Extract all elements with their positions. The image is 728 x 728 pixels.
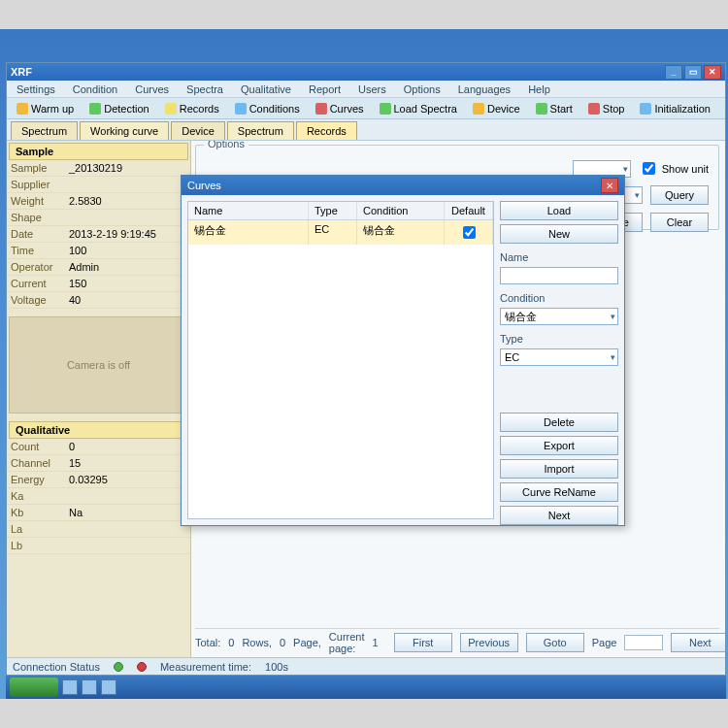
- show-unit-checkbox[interactable]: Show unit: [639, 159, 709, 178]
- taskbar[interactable]: [6, 676, 726, 699]
- options-legend: Options: [204, 141, 248, 149]
- table-row: Voltage40: [7, 292, 190, 309]
- sample-header: Sample: [9, 143, 188, 160]
- toolbar-initialization[interactable]: Initialization: [634, 101, 715, 116]
- curves-grid[interactable]: Name Type Condition Default 锡合金 EC 锡合金: [187, 201, 494, 519]
- table-row: Weight2.5830: [7, 193, 190, 210]
- table-row: Supplier: [7, 177, 190, 193]
- dialog-title: Curves: [187, 180, 221, 191]
- type-combo[interactable]: EC: [500, 348, 618, 366]
- toolbar-load-spectra[interactable]: Load Spectra: [374, 101, 463, 116]
- initialization-icon: [640, 103, 651, 115]
- dialog-side-panel: Load New Name Condition 锡合金 Type EC Dele…: [500, 201, 618, 525]
- table-row: Ka: [7, 488, 190, 505]
- menu-spectra[interactable]: Spectra: [181, 83, 229, 96]
- toolbar-detection[interactable]: Detection: [83, 101, 154, 116]
- menu-languages[interactable]: Languages: [452, 83, 516, 96]
- device-icon: [473, 103, 484, 115]
- toolbar: Warm upDetectionRecordsConditionsCurvesL…: [7, 98, 725, 119]
- table-row: Shape: [7, 210, 190, 226]
- toolbar-start[interactable]: Start: [530, 101, 579, 116]
- table-row: Current150: [7, 276, 190, 292]
- minimize-button[interactable]: _: [665, 65, 682, 80]
- toolbar-curves[interactable]: Curves: [310, 101, 370, 116]
- connection-status-icon: [114, 662, 123, 672]
- table-row: Energy0.03295: [7, 472, 190, 488]
- menu-help[interactable]: Help: [522, 83, 556, 96]
- maximize-button[interactable]: ▭: [684, 65, 702, 80]
- next-button[interactable]: Next: [500, 506, 618, 525]
- titlebar: XRF _ ▭ ✕: [7, 63, 725, 81]
- toolbar-device[interactable]: Device: [467, 101, 526, 116]
- export-button[interactable]: Export: [500, 436, 618, 455]
- curves-icon: [315, 103, 327, 115]
- measurement-status-icon: [137, 662, 147, 672]
- toolbar-auto-peak[interactable]: Auto peak: [720, 101, 725, 116]
- app-title: XRF: [11, 66, 32, 78]
- detection-icon: [89, 103, 101, 115]
- quicklaunch-icon[interactable]: [62, 679, 78, 695]
- menu-qualitative[interactable]: Qualitative: [235, 83, 297, 96]
- delete-curve-button[interactable]: Delete: [500, 413, 618, 432]
- warm-up-icon: [17, 103, 28, 115]
- table-row: Sample_20130219: [7, 160, 190, 177]
- table-row: Lb: [7, 538, 190, 554]
- tab-spectrum[interactable]: Spectrum: [11, 121, 78, 140]
- tab-spectrum[interactable]: Spectrum: [227, 121, 294, 140]
- pager: Total:0 Rows,0 Page, Current page:1 Firs…: [195, 628, 719, 651]
- table-row: La: [7, 521, 190, 538]
- tabstrip: SpectrumWorking curveDeviceSpectrumRecor…: [7, 119, 725, 141]
- query-button[interactable]: Query: [650, 185, 709, 205]
- page-input[interactable]: [624, 635, 663, 650]
- menu-users[interactable]: Users: [352, 83, 392, 96]
- sample-table: Sample_20130219SupplierWeight2.5830Shape…: [7, 160, 190, 309]
- qualitative-header: Qualitative: [9, 421, 188, 439]
- load-spectra-icon: [380, 103, 391, 115]
- menu-report[interactable]: Report: [303, 83, 347, 96]
- qualitative-table: Count0Channel15Energy0.03295KaKbNaLaLb: [7, 439, 190, 554]
- tab-device[interactable]: Device: [171, 121, 225, 140]
- quicklaunch-icon[interactable]: [101, 679, 116, 695]
- goto-page-button[interactable]: Goto: [526, 633, 584, 652]
- start-icon: [536, 103, 547, 115]
- clear-button[interactable]: Clear: [650, 213, 709, 232]
- import-button[interactable]: Import: [500, 459, 618, 479]
- grid-header: Name Type Condition Default: [188, 202, 493, 220]
- prev-page-button[interactable]: Previous: [460, 633, 518, 652]
- table-row: KbNa: [7, 505, 190, 521]
- close-button[interactable]: ✕: [704, 65, 721, 80]
- first-page-button[interactable]: First: [394, 633, 452, 652]
- new-button[interactable]: New: [500, 224, 618, 244]
- menu-options[interactable]: Options: [398, 83, 447, 96]
- table-row: OperatorAdmin: [7, 259, 190, 276]
- toolbar-stop[interactable]: Stop: [582, 101, 631, 116]
- records-icon: [165, 103, 177, 115]
- tab-working-curve[interactable]: Working curve: [80, 121, 169, 140]
- menubar: SettingsConditionCurvesSpectraQualitativ…: [7, 81, 725, 98]
- menu-curves[interactable]: Curves: [129, 83, 175, 96]
- rename-button[interactable]: Curve ReName: [500, 482, 618, 502]
- default-checkbox[interactable]: [463, 226, 476, 239]
- menu-condition[interactable]: Condition: [67, 83, 123, 96]
- table-row: Date2013-2-19 9:19:45: [7, 226, 190, 243]
- stop-icon: [588, 103, 600, 115]
- table-row: Channel15: [7, 455, 190, 472]
- dialog-close-button[interactable]: ✕: [601, 178, 618, 193]
- load-button[interactable]: Load: [500, 201, 618, 220]
- tab-records[interactable]: Records: [296, 121, 357, 140]
- left-panel: Sample Sample_20130219SupplierWeight2.58…: [7, 141, 191, 657]
- statusbar: Connection Status Measurement time:100s: [7, 657, 725, 675]
- toolbar-records[interactable]: Records: [159, 101, 225, 116]
- toolbar-conditions[interactable]: Conditions: [229, 101, 306, 116]
- curve-name-input[interactable]: [500, 267, 618, 284]
- menu-settings[interactable]: Settings: [11, 83, 61, 96]
- next-page-button[interactable]: Next: [671, 633, 725, 652]
- condition-combo[interactable]: 锡合金: [500, 308, 618, 325]
- toolbar-warm-up[interactable]: Warm up: [11, 101, 80, 116]
- start-button[interactable]: [10, 678, 58, 697]
- table-row: Count0: [7, 439, 190, 455]
- grid-row[interactable]: 锡合金 EC 锡合金: [188, 220, 493, 245]
- curves-dialog: Curves ✕ Name Type Condition Default 锡合金…: [181, 175, 625, 526]
- quicklaunch-icon[interactable]: [82, 679, 97, 695]
- camera-preview: Camera is off: [9, 316, 188, 414]
